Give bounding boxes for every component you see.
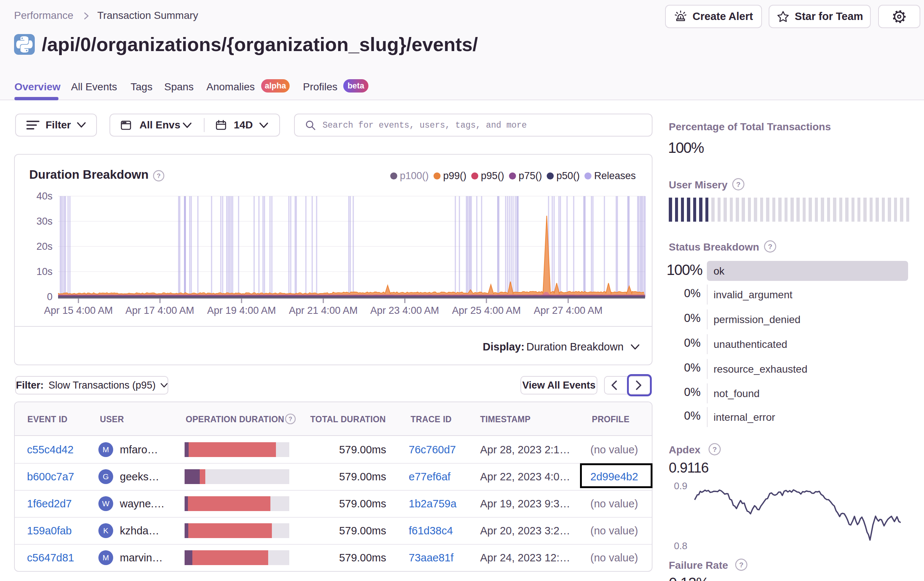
svg-text:?: ? bbox=[157, 172, 160, 179]
svg-text:?: ? bbox=[713, 445, 717, 454]
svg-text:?: ? bbox=[736, 180, 741, 189]
svg-text:?: ? bbox=[289, 416, 292, 422]
svg-text:?: ? bbox=[768, 243, 772, 250]
svg-text:?: ? bbox=[739, 561, 744, 569]
